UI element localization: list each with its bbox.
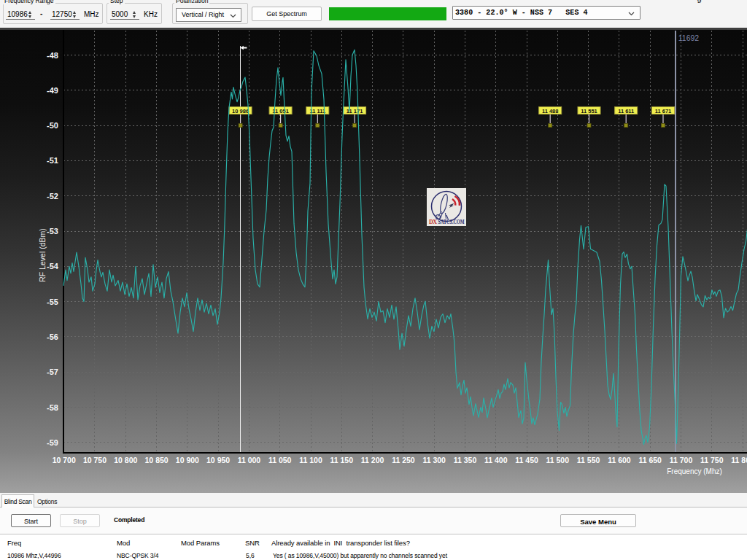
svg-text:-58: -58 bbox=[47, 403, 58, 412]
svg-text:-56: -56 bbox=[47, 332, 58, 341]
svg-text:11 250: 11 250 bbox=[392, 456, 415, 464]
svg-text:10 850: 10 850 bbox=[145, 456, 169, 464]
svg-text:-51: -51 bbox=[47, 156, 58, 165]
svg-text:-59: -59 bbox=[47, 438, 58, 447]
svg-text:-49: -49 bbox=[47, 86, 58, 95]
svg-text:11 600: 11 600 bbox=[608, 456, 631, 464]
svg-text:11 200: 11 200 bbox=[361, 456, 384, 464]
svg-text:11 550: 11 550 bbox=[577, 456, 600, 464]
svg-text:11 350: 11 350 bbox=[454, 456, 477, 464]
svg-text:SATCS.COM: SATCS.COM bbox=[438, 219, 465, 225]
svg-text:-54: -54 bbox=[47, 262, 59, 271]
svg-text:11 611: 11 611 bbox=[618, 108, 634, 114]
svg-text:-57: -57 bbox=[47, 368, 58, 376]
svg-text:11 800: 11 800 bbox=[731, 456, 747, 464]
svg-text:11 100: 11 100 bbox=[299, 456, 322, 464]
svg-text:11 551: 11 551 bbox=[581, 108, 597, 114]
svg-text:11 671: 11 671 bbox=[655, 108, 672, 114]
svg-text:11 650: 11 650 bbox=[638, 456, 662, 464]
svg-text:DX: DX bbox=[429, 219, 437, 225]
svg-text:RF Level (dBm): RF Level (dBm) bbox=[38, 228, 47, 282]
svg-text:11 300: 11 300 bbox=[422, 456, 446, 464]
svg-text:10 950: 10 950 bbox=[206, 456, 230, 464]
svg-text:11 150: 11 150 bbox=[330, 456, 354, 464]
svg-text:-50: -50 bbox=[47, 121, 58, 130]
svg-text:10 986: 10 986 bbox=[232, 108, 249, 114]
svg-text:11 450: 11 450 bbox=[515, 456, 538, 464]
svg-text:-48: -48 bbox=[47, 51, 58, 60]
svg-text:11 050: 11 050 bbox=[268, 456, 292, 464]
svg-text:Frequency (Mhz): Frequency (Mhz) bbox=[667, 467, 722, 475]
svg-text:11 750: 11 750 bbox=[700, 456, 724, 464]
svg-text:11692: 11692 bbox=[678, 34, 700, 42]
svg-text:10 750: 10 750 bbox=[83, 456, 107, 464]
svg-text:11 000: 11 000 bbox=[238, 456, 261, 464]
svg-text:-52: -52 bbox=[47, 192, 58, 201]
svg-text:10 700: 10 700 bbox=[53, 456, 76, 464]
svg-text:11 500: 11 500 bbox=[546, 456, 570, 464]
svg-text:-55: -55 bbox=[47, 298, 58, 306]
svg-text:10 900: 10 900 bbox=[176, 456, 199, 464]
svg-text:10 800: 10 800 bbox=[114, 456, 137, 464]
svg-text:11 488: 11 488 bbox=[542, 108, 559, 114]
svg-text:11 400: 11 400 bbox=[484, 456, 508, 464]
svg-text:-53: -53 bbox=[47, 227, 58, 236]
svg-text:11 700: 11 700 bbox=[670, 456, 693, 464]
svg-text:11 111: 11 111 bbox=[309, 108, 325, 114]
